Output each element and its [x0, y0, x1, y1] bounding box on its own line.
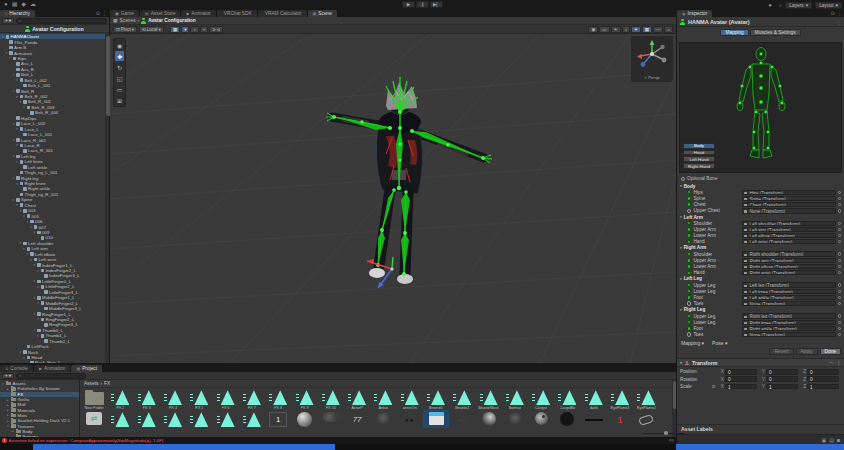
expander-icon[interactable]: ▾ — [37, 285, 41, 289]
object-picker-icon[interactable] — [838, 265, 841, 268]
object-picker-icon[interactable] — [838, 333, 841, 336]
bone-target-field[interactable]: Right leg (Transform) — [742, 313, 836, 318]
asset-item[interactable]: FX 7 — [239, 388, 265, 410]
y-value-field[interactable]: 0 — [766, 376, 798, 382]
tab-mapping[interactable]: Mapping — [720, 29, 748, 36]
y-value-field[interactable]: 0 — [766, 369, 798, 375]
asset-item[interactable]: ●● — [397, 410, 423, 428]
scene-view-option-icon[interactable]: ▦ — [642, 26, 652, 33]
bone-target-field[interactable]: Spine (Transform) — [742, 196, 836, 201]
services-icon[interactable]: ▦ — [12, 0, 18, 9]
apply-button[interactable]: Apply — [796, 348, 818, 355]
object-picker-icon[interactable] — [838, 296, 841, 299]
section-arrow-icon[interactable]: ▾ — [680, 277, 682, 281]
tool-button[interactable]: ✚ — [115, 51, 124, 61]
bone-target-field[interactable]: Right ankle (Transform) — [742, 326, 836, 331]
context-menu-icon[interactable]: ⋮ — [836, 19, 841, 25]
expander-icon[interactable]: ▾ — [37, 334, 41, 338]
asset-item[interactable]: 77 — [344, 410, 370, 428]
asset-item[interactable] — [291, 410, 317, 428]
asset-bundle-icon[interactable]: ◙ — [837, 437, 840, 443]
bone-target-field[interactable]: None (Transform) — [742, 332, 836, 337]
part-button[interactable]: Right Hand — [683, 163, 715, 169]
asset-item[interactable]: Beanie1 — [423, 388, 449, 410]
asset-item[interactable]: EyeFlame1 — [607, 388, 633, 410]
layout-dropdown[interactable]: Layout ▾ — [815, 2, 842, 9]
menu-icon[interactable]: ⋮ — [102, 10, 107, 16]
mapping-menu[interactable]: Mapping ▾ — [681, 340, 704, 346]
asset-item[interactable]: dank — [581, 388, 607, 410]
bone-target-field[interactable]: Left wrist (Transform) — [742, 239, 836, 244]
axis-gizmo-icon[interactable] — [631, 36, 673, 72]
z-value-field[interactable]: 0 — [807, 369, 839, 375]
asset-item[interactable] — [134, 410, 160, 428]
object-picker-icon[interactable] — [838, 203, 841, 206]
tool-button[interactable]: ↻ — [115, 62, 124, 72]
bottom-tab[interactable]: ▦ Project — [71, 365, 102, 372]
asset-item[interactable] — [581, 410, 607, 428]
expander-icon[interactable]: ▾ — [37, 269, 41, 273]
asset-item[interactable]: FX 8 — [265, 388, 291, 410]
part-button[interactable]: Left Hand — [683, 156, 715, 162]
object-picker-icon[interactable] — [838, 240, 841, 243]
expander-icon[interactable]: ▾ — [23, 356, 27, 360]
expander-icon[interactable]: ▾ — [2, 35, 6, 39]
avatar-mapping-diagram[interactable]: Body Head Left Hand Right Hand — [679, 42, 842, 173]
scene-view-option-icon[interactable]: ☀ — [611, 26, 621, 33]
view-tab[interactable]: VRChat SDK — [217, 10, 257, 17]
asset-item[interactable] — [554, 410, 580, 428]
object-picker-icon[interactable] — [838, 271, 841, 274]
object-picker-icon[interactable] — [838, 234, 841, 237]
status-bar[interactable]: ! Assertion failed on expression: 'Compa… — [0, 437, 676, 444]
asset-item[interactable]: FX 4 — [160, 388, 186, 410]
scene-view-option-icon[interactable]: ▭ — [599, 26, 609, 33]
asset-item[interactable]: CargoBla — [554, 388, 580, 410]
bone-target-field[interactable]: Right shoulder (Transform) — [742, 251, 836, 256]
asset-item[interactable] — [528, 410, 554, 428]
play-button[interactable]: ▶ — [402, 1, 415, 8]
foldout-arrow-icon[interactable]: ▾ — [680, 360, 682, 365]
console-error-message[interactable]: Assertion failed on expression: 'Compare… — [9, 438, 164, 443]
object-picker-icon[interactable] — [838, 321, 841, 324]
asset-item[interactable]: 1 — [607, 410, 633, 428]
scene-toggle-icon[interactable]: ⊳⊲ — [209, 26, 223, 33]
z-value-field[interactable]: 0 — [807, 376, 839, 382]
cloud-icon[interactable]: ☁ — [30, 0, 36, 9]
asset-item[interactable]: FX 3 — [134, 388, 160, 410]
view-tab[interactable]: VRAM Calculator — [258, 10, 307, 17]
component-menu-icon[interactable]: ⋮ — [837, 360, 842, 365]
bone-target-field[interactable]: Left arm (Transform) — [742, 227, 836, 232]
x-value-field[interactable]: 0 — [725, 369, 757, 375]
object-picker-icon[interactable] — [838, 191, 841, 194]
asset-item[interactable] — [239, 410, 265, 428]
view-tab[interactable]: ▦ Scene — [308, 10, 337, 17]
version-control-icon[interactable]: ◆ — [21, 0, 26, 9]
section-arrow-icon[interactable]: ▾ — [680, 184, 682, 188]
expander-icon[interactable]: ▾ — [30, 258, 34, 262]
bone-target-field[interactable]: None (Transform) — [742, 301, 836, 306]
bone-target-field[interactable]: Hips (Transform) — [742, 190, 836, 195]
expander-icon[interactable]: ▾ — [16, 160, 20, 164]
project-search-input[interactable]: ⌕ — [16, 373, 86, 379]
bone-target-field[interactable]: Left ankle (Transform) — [742, 295, 836, 300]
tool-button[interactable]: ⊞ — [115, 95, 124, 105]
section-arrow-icon[interactable]: ▾ — [680, 246, 682, 250]
breadcrumb-folder[interactable]: FX — [104, 381, 110, 386]
done-button[interactable]: Done — [820, 348, 841, 355]
asset-item[interactable] — [212, 410, 238, 428]
lock-icon[interactable]: ⊙ — [96, 10, 100, 16]
z-value-field[interactable]: 1 — [807, 384, 839, 390]
pause-button[interactable]: ∥ — [416, 1, 429, 8]
view-tab[interactable]: ▣ Game — [110, 10, 139, 17]
asset-item[interactable]: Bolmas — [502, 388, 528, 410]
asset-item[interactable] — [107, 410, 133, 428]
bone-target-field[interactable]: Right wrist (Transform) — [742, 270, 836, 275]
asset-item[interactable]: New Folder — [81, 388, 107, 410]
scene-viewport[interactable]: ◉ ✚ ↻ ◱ ▭ ⊞ — [110, 34, 676, 363]
scene-view-option-icon[interactable]: ◉ — [588, 26, 598, 33]
view-tab[interactable]: ▤ Asset Store — [140, 10, 181, 17]
object-picker-icon[interactable] — [838, 228, 841, 231]
bone-target-field[interactable]: Left shoulder (Transform) — [742, 221, 836, 226]
create-asset-button[interactable]: + ▾ — [2, 373, 14, 379]
expander-icon[interactable]: ▾ — [23, 247, 27, 251]
